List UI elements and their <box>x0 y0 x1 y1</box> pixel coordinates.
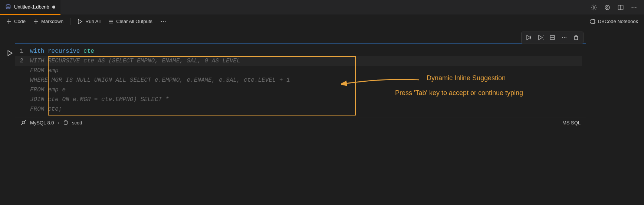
svg-rect-40 <box>575 36 578 40</box>
manage-gear-icon[interactable] <box>590 3 598 12</box>
schema-label[interactable]: scott <box>72 120 82 126</box>
line-number: 1 <box>15 46 30 56</box>
cell-toolbar <box>521 32 584 43</box>
schema-icon <box>63 120 68 125</box>
add-markdown-label: Markdown <box>41 19 63 24</box>
svg-point-7 <box>634 7 634 7</box>
kernel-label: DBCode Notebook <box>598 19 638 24</box>
svg-marker-32 <box>539 35 542 40</box>
svg-point-44 <box>64 121 68 122</box>
add-code-button[interactable]: Code <box>4 17 28 26</box>
database-stack-icon <box>5 4 11 10</box>
svg-point-38 <box>564 37 565 38</box>
editor-tab[interactable]: Untitled-1.dbcnb <box>0 0 60 15</box>
svg-point-1 <box>593 6 595 8</box>
tab-title: Untitled-1.dbcnb <box>14 4 49 10</box>
svg-point-17 <box>161 21 161 22</box>
editor-actions <box>590 3 644 12</box>
svg-point-3 <box>607 6 608 8</box>
code-text-line: with recursive cte <box>30 46 94 56</box>
inline-suggestion-line: FROM emp <box>30 66 59 75</box>
svg-point-6 <box>632 7 632 7</box>
line-number: 2 <box>15 56 30 66</box>
settings-ring-icon[interactable] <box>603 3 611 12</box>
code-editor[interactable]: 1 with recursive cte 2 WITH RECURSIVE ct… <box>15 43 586 117</box>
svg-marker-30 <box>527 35 530 40</box>
clear-outputs-label: Clear All Outputs <box>116 19 152 24</box>
run-cell-icon[interactable] <box>525 33 533 42</box>
more-actions-icon[interactable] <box>630 3 638 12</box>
kernel-picker-button[interactable]: DBCode Notebook <box>588 17 640 26</box>
svg-point-39 <box>566 37 566 38</box>
svg-point-18 <box>163 21 164 22</box>
separator <box>70 18 70 25</box>
add-markdown-button[interactable]: Markdown <box>31 17 66 26</box>
clear-outputs-button[interactable]: Clear All Outputs <box>106 17 155 26</box>
svg-marker-29 <box>8 51 12 56</box>
cell-language-label[interactable]: MS SQL <box>562 120 581 126</box>
notebook-toolbar: Code Markdown Run All Clear All Outputs … <box>0 15 644 28</box>
tab-bar: Untitled-1.dbcnb <box>0 0 644 15</box>
svg-point-37 <box>562 37 563 38</box>
split-cell-icon[interactable] <box>548 33 556 42</box>
add-code-label: Code <box>14 19 26 24</box>
run-by-line-icon[interactable] <box>536 33 545 42</box>
delete-cell-icon[interactable] <box>572 33 580 42</box>
code-cell[interactable]: 1 with recursive cte 2 WITH RECURSIVE ct… <box>15 43 586 128</box>
inline-suggestion-line: JOIN cte ON e.MGR = cte.EMPNO) SELECT * <box>30 95 169 104</box>
svg-point-2 <box>605 5 610 10</box>
svg-marker-13 <box>78 19 82 24</box>
inline-suggestion-line: WITH RECURSIVE cte AS (SELECT EMPNO, ENA… <box>30 56 240 66</box>
connection-label[interactable]: MySQL 8.0 <box>30 120 54 126</box>
connection-icon <box>20 120 26 126</box>
svg-rect-35 <box>550 36 555 37</box>
svg-rect-36 <box>550 38 555 39</box>
inline-suggestion-line: FROM emp e <box>30 85 66 95</box>
dirty-indicator-icon <box>52 6 55 9</box>
svg-point-8 <box>635 7 636 7</box>
cell-more-icon[interactable] <box>560 33 568 42</box>
svg-point-0 <box>6 4 10 6</box>
run-all-label: Run All <box>85 19 101 24</box>
toolbar-more-button[interactable] <box>158 17 169 26</box>
cell-status-bar: MySQL 8.0 › scott MS SQL <box>15 117 586 128</box>
cell-run-button[interactable] <box>7 50 13 56</box>
inline-suggestion-line: FROM cte; <box>30 104 62 114</box>
chevron-right-icon: › <box>58 120 59 126</box>
inline-suggestion-line: WHERE MGR IS NULL UNION ALL SELECT e.EMP… <box>30 75 290 85</box>
split-editor-icon[interactable] <box>617 3 625 12</box>
svg-point-19 <box>165 21 165 22</box>
run-all-button[interactable]: Run All <box>75 17 103 26</box>
svg-rect-20 <box>591 20 595 23</box>
notebook-cell-area: 1 with recursive cte 2 WITH RECURSIVE ct… <box>0 28 644 128</box>
